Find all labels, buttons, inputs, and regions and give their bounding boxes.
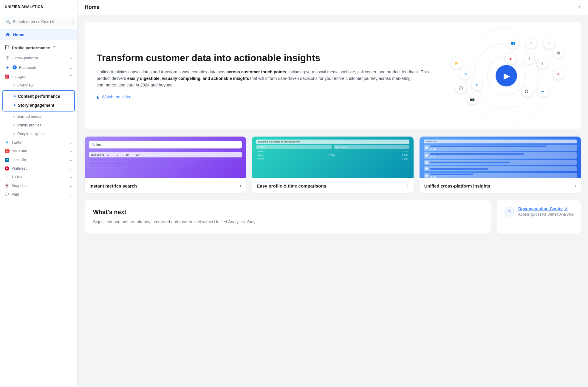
public-profiles-label: Public profiles — [17, 123, 41, 127]
hero-text: Transform customer data into actionable … — [97, 52, 432, 99]
sidebar-item-twitter[interactable]: ✕ Twitter ⌄ — [0, 138, 77, 147]
orbit-linkedin-icon: in — [537, 86, 548, 97]
facebook-logo: f — [13, 65, 17, 69]
orbit-center: ▶ — [496, 65, 517, 86]
sidebar-item-home[interactable]: Home — [0, 29, 77, 40]
linkedin-icon: in — [5, 158, 9, 162]
story-engagement-label: Story engagement — [18, 103, 54, 108]
unified-mockup: Last month 37 395 33 — [424, 140, 577, 178]
folder-icon: 📁 — [454, 61, 459, 65]
play-icon: ▶ — [97, 95, 99, 99]
dot-icon — [14, 104, 16, 106]
card-thumbnail-unified: Last month 37 395 33 — [420, 137, 581, 178]
earned-media-label: Earned media — [17, 114, 41, 119]
linkedin-label: LinkedIn — [11, 157, 67, 162]
card-thumbnail-comparisons: Last month, compare to previous month 10… — [252, 137, 413, 178]
sidebar-item-public-profiles[interactable]: Public profiles — [0, 121, 77, 129]
paid-label: Paid — [11, 192, 67, 196]
docs-card: ? Documentation Center ↗ Access guides f… — [497, 200, 581, 233]
content-performance-label: Content performance — [18, 94, 60, 99]
feature-card-search[interactable]: 🔍 impr Everything40—0—10—24 Instant metr… — [85, 137, 246, 193]
chevron-down-icon: ⌄ — [69, 175, 72, 179]
sidebar-item-snapchat[interactable]: 👻 Snapchat ⌄ — [0, 181, 77, 190]
orbit-share-icon: ↗ — [526, 38, 537, 49]
orbit-facebook-icon: f — [471, 80, 482, 90]
headset-icon: 🎧 — [524, 89, 529, 93]
main-header: Home ↗ — [78, 0, 588, 15]
search-results: Everything40—0—10—24 — [89, 152, 242, 168]
sidebar-item-people-insights[interactable]: People insights — [0, 129, 77, 138]
sidebar-item-cross-platform[interactable]: Cross-platform ⌄ — [0, 53, 77, 63]
sidebar-item-instagram[interactable]: ◯ Instagram ⌃ — [0, 72, 77, 81]
whats-next-card: What's next Significant portions are alr… — [85, 200, 491, 233]
dot-icon — [13, 133, 15, 135]
instagram-icon: ◯ — [5, 75, 9, 79]
chevron-down-icon: ⌄ — [69, 157, 72, 162]
chevron-down-icon: ⌄ — [69, 166, 72, 171]
orbit-folder-icon: 📁 — [451, 58, 462, 69]
watch-video-link[interactable]: ▶ Watch the video — [97, 95, 432, 99]
collapse-sidebar-button[interactable]: → — [68, 4, 72, 10]
feature-card-unified[interactable]: Last month 37 395 33 — [420, 137, 581, 193]
search-input[interactable] — [4, 17, 74, 26]
sidebar-item-overview[interactable]: Overview — [0, 81, 77, 89]
video-icon: ▷ — [548, 41, 550, 45]
docs-text: Documentation Center ↗ Access guides for… — [518, 206, 574, 216]
overview-label: Overview — [17, 83, 33, 87]
chevron-down-icon: ⌄ — [69, 192, 72, 196]
facebook-icon: f — [476, 83, 477, 87]
center-play-icon: ▶ — [504, 71, 510, 81]
card-title-comparisons: Easy profile & time comparisons — [257, 183, 326, 188]
orbit-pinterest-icon: P — [553, 69, 564, 80]
bottom-row: What's next Significant portions are alr… — [85, 200, 581, 233]
sidebar: UNIFIED ANALYTICS → 🔍 Home Profile perfo… — [0, 0, 78, 387]
sidebar-item-earned-media[interactable]: Earned media — [0, 112, 77, 121]
sidebar-search-area: 🔍 — [0, 14, 77, 29]
orbit-bot-icon: 🤖 — [553, 47, 564, 58]
dot-icon — [14, 95, 16, 97]
youtube-icon: ▶ — [5, 149, 10, 153]
orbit-chat-icon: 💬 — [456, 83, 466, 94]
card-body-unified: Unified cross-platform insights › — [420, 178, 581, 193]
sidebar-item-profile-performance[interactable]: Profile performance ⌃ — [0, 43, 77, 53]
list-row: 33 885 — [424, 152, 577, 159]
instagram-icon: 📷 — [470, 97, 475, 101]
whats-next-title: What's next — [93, 209, 482, 216]
flag-icon — [5, 45, 10, 51]
feature-card-comparisons[interactable]: Last month, compare to previous month 10… — [252, 137, 413, 193]
sidebar-item-paid[interactable]: Paid ⌄ — [0, 190, 77, 199]
arrow-icon: › — [240, 183, 241, 188]
facebook-label: Facebook — [19, 65, 67, 70]
pinterest-label: Pinterest — [11, 166, 67, 171]
instagram-label: Instagram — [11, 74, 67, 79]
sidebar-item-tiktok[interactable]: ♪ TikTok ⌄ — [0, 173, 77, 181]
sidebar-item-content-performance[interactable]: Content performance — [3, 92, 74, 101]
expand-button[interactable]: ↗ — [577, 4, 581, 10]
main-area: Home ↗ Transform customer data into acti… — [78, 0, 588, 387]
paid-icon — [5, 192, 9, 196]
sidebar-item-story-engagement[interactable]: Story engagement — [3, 101, 74, 110]
sidebar-item-youtube[interactable]: ▶ YouTube ⌄ — [0, 147, 77, 155]
search-icon: 🔍 — [6, 19, 11, 24]
pinterest-icon: P — [557, 72, 559, 76]
page-title: Home — [85, 4, 100, 10]
dot-icon — [13, 84, 15, 86]
orbit-diagram: ▶ ▶ ✕ f — [450, 37, 563, 114]
people-insights-label: People insights — [17, 131, 44, 136]
orbit-users-icon: 👥 — [508, 38, 519, 49]
users-icon: 👥 — [511, 41, 516, 45]
chevron-down-icon: ⌄ — [69, 183, 72, 188]
sidebar-item-facebook[interactable]: ● f Facebook ⌄ — [0, 63, 77, 72]
chevron-down-icon: ⌄ — [69, 140, 72, 145]
profile-performance-label: Profile performance — [12, 46, 50, 50]
twitter-icon: ✕ — [5, 140, 9, 145]
orbit-youtube-icon: ▶ — [505, 53, 516, 64]
docs-center-link[interactable]: Documentation Center ↗ — [518, 206, 574, 211]
arrow-icon: › — [407, 183, 408, 188]
sidebar-item-pinterest[interactable]: P Pinterest ⌄ — [0, 164, 77, 173]
sidebar-item-linkedin[interactable]: in LinkedIn ⌄ — [0, 155, 77, 164]
home-icon — [5, 32, 11, 38]
docs-subtitle: Access guides for Unified Analytics — [518, 212, 574, 216]
chevron-up-icon: ⌃ — [52, 46, 56, 50]
highlighted-group: Content performance Story engagement — [2, 90, 75, 112]
